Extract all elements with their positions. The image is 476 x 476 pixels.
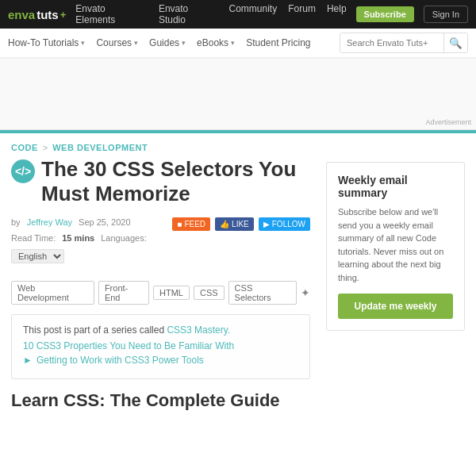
- search-button[interactable]: 🔍: [443, 33, 467, 52]
- language-select[interactable]: English: [11, 249, 64, 263]
- meta-right: ■ FEED 👍 LIKE ▶ FOLLOW: [172, 217, 310, 231]
- update-weekly-button[interactable]: Update me weekly: [338, 294, 453, 319]
- meta-by: by: [11, 217, 21, 227]
- nav-guides[interactable]: Guides ▾: [149, 37, 186, 48]
- series-intro: This post is part of a series called CSS…: [23, 324, 298, 336]
- second-navigation: How-To Tutorials ▾ Courses ▾ Guides ▾ eB…: [0, 29, 476, 59]
- nav-howto[interactable]: How-To Tutorials ▾: [8, 37, 85, 48]
- breadcrumb-code[interactable]: CODE: [11, 143, 38, 152]
- top-navigation: envatuts+ Envato Elements Envato Studio …: [0, 0, 476, 29]
- nav-link-forum[interactable]: Forum: [288, 3, 316, 25]
- meta-date: Sep 25, 2020: [79, 217, 130, 227]
- article-area: </> The 30 CSS Selectors You Must Memori…: [11, 157, 310, 411]
- logo-plus: +: [60, 9, 67, 21]
- chevron-down-icon: ▾: [231, 39, 235, 47]
- search-icon: 🔍: [449, 37, 463, 49]
- nav-student-pricing[interactable]: Student Pricing: [246, 37, 310, 48]
- sidebar-weekly-text: Subscribe below and we'll send you a wee…: [338, 205, 453, 284]
- share-icon[interactable]: ✦: [301, 286, 310, 299]
- thumbs-up-icon: 👍: [220, 220, 229, 228]
- nav-ebooks[interactable]: eBooks ▾: [197, 37, 235, 48]
- section-heading: Learn CSS: The Complete Guide: [11, 390, 310, 411]
- nav-link-studio[interactable]: Envato Studio: [159, 3, 218, 25]
- meta-author[interactable]: Jeffrey Way: [27, 217, 72, 227]
- search-bar: 🔍: [340, 33, 468, 53]
- article-meta-row: by Jeffrey Way Sep 25, 2020 Read Time: 1…: [11, 217, 310, 271]
- like-button[interactable]: 👍 LIKE: [215, 217, 254, 231]
- meta-read-time-label: Read Time:: [11, 233, 56, 243]
- title-text: The 30 CSS Selectors You Must Memorize: [41, 157, 310, 206]
- tag-css[interactable]: CSS: [194, 286, 225, 300]
- meta-languages-label: Languages:: [101, 233, 147, 243]
- follow-button[interactable]: ▶ FOLLOW: [259, 217, 310, 231]
- ad-label: Advertisement: [425, 118, 471, 126]
- meta-left: by Jeffrey Way Sep 25, 2020 Read Time: 1…: [11, 217, 161, 271]
- chevron-down-icon: ▾: [182, 39, 186, 47]
- meta-read-time: 15 mins: [62, 233, 94, 243]
- sidebar-weekly-title: Weekly email summary: [338, 174, 453, 199]
- logo[interactable]: envatuts+: [8, 8, 66, 21]
- social-buttons: ■ FEED 👍 LIKE ▶ FOLLOW: [172, 217, 310, 231]
- series-name-link[interactable]: CSS3 Mastery.: [167, 324, 230, 336]
- article-meta: by Jeffrey Way Sep 25, 2020 Read Time: 1…: [11, 217, 161, 263]
- article-title: </> The 30 CSS Selectors You Must Memori…: [11, 157, 310, 206]
- main-content: </> The 30 CSS Selectors You Must Memori…: [0, 157, 476, 427]
- top-nav-links: Envato Elements Envato Studio Community …: [75, 3, 346, 25]
- twitter-icon: ▶: [263, 220, 270, 228]
- series-box: This post is part of a series called CSS…: [11, 314, 310, 379]
- arrow-icon: ►: [23, 355, 33, 366]
- tag-frontend[interactable]: Front-End: [98, 281, 149, 305]
- subscribe-button[interactable]: Subscribe: [356, 6, 414, 22]
- breadcrumb-separator: >: [43, 143, 48, 152]
- feed-button[interactable]: ■ FEED: [172, 217, 210, 231]
- breadcrumb: CODE > WEB DEVELOPMENT: [0, 133, 476, 157]
- breadcrumb-current: WEB DEVELOPMENT: [52, 143, 148, 152]
- signin-button[interactable]: Sign In: [424, 6, 468, 23]
- nav-link-elements[interactable]: Envato Elements: [75, 3, 148, 25]
- sidebar-weekly-email: Weekly email summary Subscribe below and…: [326, 162, 465, 331]
- title-icon: </>: [11, 159, 35, 183]
- series-link-1[interactable]: 10 CSS3 Properties You Need to Be Famili…: [23, 340, 298, 351]
- ad-banner: Advertisement: [0, 59, 476, 130]
- series-link-2[interactable]: ► Getting to Work with CSS3 Power Tools: [23, 355, 298, 366]
- nav-link-community[interactable]: Community: [229, 3, 278, 25]
- nav-link-help[interactable]: Help: [327, 3, 347, 25]
- tags-row: Web Development Front-End HTML CSS CSS S…: [11, 281, 310, 305]
- rss-icon: ■: [177, 220, 182, 228]
- logo-enva: enva: [8, 8, 35, 21]
- chevron-down-icon: ▾: [81, 39, 85, 47]
- search-input[interactable]: [340, 33, 443, 52]
- nav-courses[interactable]: Courses ▾: [96, 37, 138, 48]
- second-nav-links: How-To Tutorials ▾ Courses ▾ Guides ▾ eB…: [8, 37, 311, 48]
- logo-tuts: tuts: [36, 8, 59, 21]
- tag-html[interactable]: HTML: [153, 286, 190, 300]
- sidebar: Weekly email summary Subscribe below and…: [326, 157, 465, 411]
- tag-css-selectors[interactable]: CSS Selectors: [228, 281, 297, 305]
- tag-web-development[interactable]: Web Development: [11, 281, 94, 305]
- chevron-down-icon: ▾: [134, 39, 138, 47]
